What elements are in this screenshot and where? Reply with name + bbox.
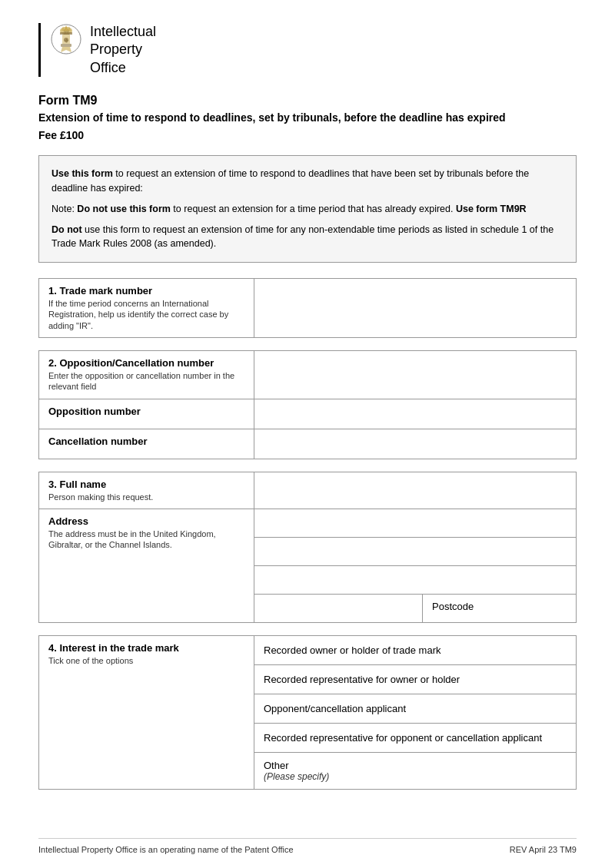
interest-option-4-label: Recorded representative for opponent or … bbox=[264, 732, 542, 744]
section-2-label: 2. Opposition/Cancellation number Enter … bbox=[39, 351, 254, 399]
svg-rect-10 bbox=[61, 44, 71, 47]
svg-rect-4 bbox=[60, 32, 72, 35]
info-bold1: Use this form bbox=[52, 168, 113, 179]
note-prefix: Note: bbox=[52, 204, 77, 214]
section-2-wrapper: 2. Opposition/Cancellation number Enter … bbox=[38, 350, 577, 459]
interest-option-4[interactable]: Recorded representative for opponent or … bbox=[254, 724, 576, 753]
address-fields-group: Postcode bbox=[254, 509, 576, 622]
address-row-1: Address The address must be in the Unite… bbox=[39, 509, 576, 622]
section-2-empty-field bbox=[254, 351, 576, 399]
address-line-2-input[interactable] bbox=[261, 541, 570, 562]
section-3-num: 3. bbox=[48, 479, 57, 490]
info-donot: Do not use this form to request an exten… bbox=[52, 223, 563, 252]
interest-label-cell: 4. Interest in the trade mark Tick one o… bbox=[39, 636, 254, 789]
opposition-number-row: Opposition number bbox=[39, 399, 576, 429]
interest-option-2-label: Recorded representative for owner or hol… bbox=[264, 674, 460, 685]
address-line-3-input[interactable] bbox=[261, 569, 570, 591]
donot-rest: use this form to request an extension of… bbox=[52, 224, 554, 250]
interest-option-2[interactable]: Recorded representative for owner or hol… bbox=[254, 665, 576, 694]
section-2-num: 2. bbox=[48, 357, 57, 369]
interest-title: Interest in the trade mark bbox=[59, 642, 178, 654]
interest-option-3[interactable]: Opponent/cancellation applicant bbox=[254, 694, 576, 724]
note-rest: to request an extension for a time perio… bbox=[171, 204, 456, 214]
postcode-spacer bbox=[254, 595, 422, 622]
fullname-title: Full name bbox=[59, 479, 106, 490]
section-2-box: 2. Opposition/Cancellation number Enter … bbox=[38, 350, 577, 459]
page: 🏛 ⚜ Intellectual Property Office Form TM… bbox=[0, 0, 615, 848]
cancellation-number-input[interactable] bbox=[261, 433, 570, 455]
fullname-field[interactable] bbox=[254, 472, 576, 509]
form-subtitle: Extension of time to respond to deadline… bbox=[38, 111, 577, 124]
section-3-wrapper: 3. Full name Person making this request.… bbox=[38, 472, 577, 623]
address-desc: The address must be in the United Kingdo… bbox=[48, 528, 244, 551]
header: 🏛 ⚜ Intellectual Property Office bbox=[38, 23, 577, 77]
section-2-title: Opposition/Cancellation number bbox=[59, 357, 214, 369]
org-name: Intellectual Property Office bbox=[90, 23, 156, 77]
section-2-desc: Enter the opposition or cancellation num… bbox=[48, 370, 244, 393]
interest-main-row: 4. Interest in the trade mark Tick one o… bbox=[39, 636, 576, 789]
info-note: Note: Do not use this form to request an… bbox=[52, 202, 563, 217]
postcode-row: Postcode bbox=[254, 595, 576, 622]
form-fee: Fee £100 bbox=[38, 129, 577, 141]
section-1-title: Trade mark number bbox=[59, 285, 152, 297]
trademark-number-input[interactable] bbox=[261, 297, 570, 319]
section-4-box: 4. Interest in the trade mark Tick one o… bbox=[38, 635, 577, 790]
section-2-header-row: 2. Opposition/Cancellation number Enter … bbox=[39, 351, 576, 399]
opposition-number-field[interactable] bbox=[254, 399, 576, 429]
fullname-row: 3. Full name Person making this request. bbox=[39, 472, 576, 509]
section-3-box: 3. Full name Person making this request.… bbox=[38, 472, 577, 623]
opposition-number-label: Opposition number bbox=[39, 399, 254, 429]
section-1-num: 1. bbox=[48, 285, 57, 297]
crest-icon: 🏛 ⚜ bbox=[50, 23, 82, 55]
section-4-num: 4. bbox=[48, 642, 57, 654]
note-bold: Do not use this form bbox=[77, 204, 171, 214]
interest-option-1[interactable]: Recorded owner or holder of trade mark bbox=[254, 636, 576, 665]
opposition-number-title: Opposition number bbox=[48, 406, 141, 417]
interest-desc: Tick one of the options bbox=[48, 655, 244, 666]
address-line-2-field[interactable] bbox=[254, 538, 576, 566]
section-1-label: 1. Trade mark number If the time period … bbox=[39, 279, 254, 337]
donot-bold: Do not bbox=[52, 224, 82, 235]
fullname-input[interactable] bbox=[261, 479, 570, 501]
interest-option-5[interactable]: Other (Please specify) bbox=[254, 753, 576, 789]
form-title: Form TM9 bbox=[38, 94, 577, 108]
postcode-label: Postcode bbox=[422, 595, 576, 622]
info-box: Use this form to request an extension of… bbox=[38, 155, 577, 263]
fullname-desc: Person making this request. bbox=[48, 492, 244, 502]
form-title-section: Form TM9 Extension of time to respond to… bbox=[38, 94, 577, 141]
address-label-cell: Address The address must be in the Unite… bbox=[39, 509, 254, 622]
cancellation-number-label: Cancellation number bbox=[39, 429, 254, 459]
cancellation-number-field[interactable] bbox=[254, 429, 576, 459]
section-1-row: 1. Trade mark number If the time period … bbox=[39, 279, 576, 337]
section-1-box: 1. Trade mark number If the time period … bbox=[38, 278, 577, 338]
interest-options-group: Recorded owner or holder of trade mark R… bbox=[254, 636, 576, 789]
interest-option-3-label: Opponent/cancellation applicant bbox=[264, 703, 406, 714]
note-form-ref: Use form TM9R bbox=[456, 204, 527, 214]
page-footer: Intellectual Property Office is an opera… bbox=[38, 838, 577, 854]
svg-point-9 bbox=[64, 38, 68, 42]
section-4-wrapper: 4. Interest in the trade mark Tick one o… bbox=[38, 635, 577, 790]
address-line-3-field[interactable] bbox=[254, 566, 576, 595]
info-line1: Use this form to request an extension of… bbox=[52, 167, 563, 196]
cancellation-number-row: Cancellation number bbox=[39, 429, 576, 459]
interest-option-5-specify: (Please specify) bbox=[264, 771, 329, 782]
section-1-field[interactable] bbox=[254, 279, 576, 337]
interest-option-5-label: Other bbox=[264, 760, 289, 771]
section-1-desc: If the time period concerns an Internati… bbox=[48, 298, 244, 331]
info-text1: to request an extension of time to respo… bbox=[52, 168, 529, 194]
interest-option-1-label: Recorded owner or holder of trade mark bbox=[264, 644, 441, 656]
footer-left: Intellectual Property Office is an opera… bbox=[38, 845, 294, 854]
footer-right: REV April 23 TM9 bbox=[510, 845, 577, 854]
cancellation-number-title: Cancellation number bbox=[48, 436, 148, 447]
address-line-1-input[interactable] bbox=[261, 512, 570, 534]
section-1-wrapper: 1. Trade mark number If the time period … bbox=[38, 278, 577, 338]
opposition-number-input[interactable] bbox=[261, 403, 570, 425]
fullname-label: 3. Full name Person making this request. bbox=[39, 472, 254, 509]
svg-marker-11 bbox=[61, 47, 71, 52]
address-line-1-field[interactable] bbox=[254, 509, 576, 538]
address-title: Address bbox=[48, 515, 88, 527]
